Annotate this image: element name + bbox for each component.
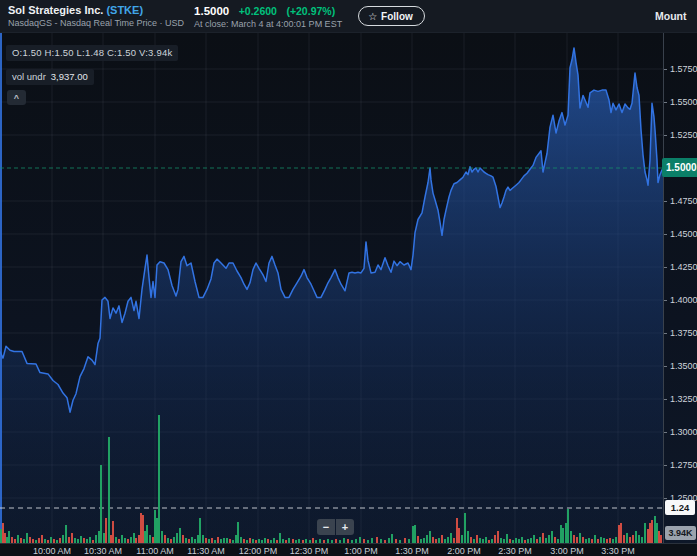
price-tick-mark	[664, 366, 667, 367]
volume-bar-up	[235, 535, 237, 543]
price-chart-pane[interactable]: O:1.50 H:1.50 L:1.48 C:1.50 V:3.94k vol …	[0, 33, 697, 556]
company-name: Sol Strategies Inc.	[8, 4, 103, 16]
time-tick-label: 1:00 PM	[333, 546, 389, 556]
volume-bar-down	[140, 513, 142, 543]
volume-bar-down	[110, 535, 112, 543]
volume-badge: 3.94K	[665, 526, 696, 540]
time-tick-label: 12:30 PM	[281, 546, 337, 556]
price-axis[interactable]: 1.57501.55001.52501.47501.45001.42501.40…	[663, 33, 697, 543]
volume-bar-down	[623, 535, 625, 543]
price-change-percent: (+20.97%)	[286, 5, 335, 17]
volume-bar-down	[142, 515, 144, 543]
price-tick-label: 1.5500	[670, 97, 697, 107]
volume-bar-down	[4, 533, 6, 543]
volume-bar-down	[182, 535, 184, 543]
time-tick-label: 11:30 AM	[178, 546, 234, 556]
volume-bar-up	[202, 535, 204, 543]
price-tick-label: 1.4250	[670, 262, 697, 272]
volume-bar-up	[144, 531, 146, 543]
volume-bar-up	[65, 525, 67, 543]
volume-bar-up	[464, 513, 466, 543]
volume-bar-up	[560, 525, 562, 543]
volume-bar-up	[654, 516, 656, 543]
time-tick-label: 3:00 PM	[539, 546, 595, 556]
follow-label: Follow	[381, 11, 413, 22]
volume-bar-down	[417, 536, 419, 543]
volume-bar-up	[98, 531, 100, 543]
quote-identity: Sol Strategies Inc.(STKE) NasdaqGS - Nas…	[8, 4, 184, 28]
price-tick-mark	[664, 201, 667, 202]
price-tick-mark	[664, 234, 667, 235]
time-tick-label: 3:30 PM	[590, 546, 646, 556]
time-tick-label: 2:00 PM	[436, 546, 492, 556]
price-tick-mark	[664, 498, 667, 499]
price-tick-mark	[664, 300, 667, 301]
volume-bar-down	[618, 525, 620, 543]
price-tick-mark	[664, 135, 667, 136]
volume-bar-up	[149, 535, 151, 543]
price-tick-mark	[664, 465, 667, 466]
last-price: 1.5000	[194, 5, 229, 17]
volume-bar-up	[26, 533, 28, 543]
volume-study-label: vol undr3,937.00	[6, 69, 94, 85]
volume-bar-up	[237, 522, 239, 543]
volume-bar-down	[138, 535, 140, 543]
volume-bar-up	[450, 533, 452, 543]
price-tick-label: 1.3250	[670, 394, 697, 404]
volume-study-value: 3,937.00	[51, 71, 88, 82]
zoom-in-button[interactable]: +	[336, 519, 354, 535]
zoom-out-button[interactable]: −	[317, 519, 335, 535]
ohlc-tooltip: O:1.50 H:1.50 L:1.48 C:1.50 V:3.94k	[6, 45, 178, 61]
price-tick-mark	[664, 399, 667, 400]
chart-type-selector[interactable]: Mount	[655, 10, 697, 22]
price-tick-label: 1.3750	[670, 328, 697, 338]
volume-bar-up	[108, 437, 110, 543]
volume-bar-down	[494, 535, 496, 543]
volume-bar-up	[506, 534, 508, 543]
volume-bar-up	[179, 528, 181, 543]
volume-bar-up	[567, 509, 569, 543]
price-tick-label: 1.5750	[670, 64, 697, 74]
volume-bar-up	[429, 531, 431, 543]
volume-bar-up	[95, 535, 97, 543]
price-tick-mark	[664, 432, 667, 433]
volume-bar-up	[635, 531, 637, 543]
volume-bar-up	[17, 535, 19, 543]
time-tick-label: 1:30 PM	[384, 546, 440, 556]
volume-bar-down	[164, 535, 166, 543]
price-tick-label: 1.4750	[670, 196, 697, 206]
volume-bar-up	[154, 510, 156, 543]
price-tick-label: 1.3500	[670, 361, 697, 371]
volume-bar-down	[573, 535, 575, 543]
follow-button[interactable]: ☆ Follow	[358, 6, 425, 26]
volume-bar-down	[632, 535, 634, 543]
volume-bar-up	[0, 529, 2, 543]
volume-bar-up	[8, 531, 10, 543]
volume-bar-down	[660, 535, 662, 543]
volume-bar-up	[158, 415, 160, 543]
volume-bar-up	[565, 523, 567, 543]
price-tick-mark	[664, 333, 667, 334]
time-tick-label: 2:30 PM	[487, 546, 543, 556]
volume-bar-up	[638, 535, 640, 543]
quote-price-block: 1.5000 +0.2600 (+20.97%) At close: March…	[194, 4, 342, 29]
volume-bar-up	[414, 525, 416, 543]
time-axis[interactable]: 10:00 AM10:30 AM11:00 AM11:30 AM12:00 PM…	[0, 543, 697, 556]
intraday-area-chart[interactable]	[0, 33, 663, 543]
collapse-study-button[interactable]: ^	[7, 90, 26, 105]
volume-bar-down	[658, 531, 660, 543]
zoom-controls: − +	[317, 519, 354, 535]
price-tick-label: 1.5250	[670, 130, 697, 140]
price-tick-mark	[664, 69, 667, 70]
volume-bar-up	[551, 531, 553, 543]
volume-bar-up	[579, 533, 581, 543]
volume-bar-up	[656, 523, 658, 543]
volume-bar-up	[570, 531, 572, 543]
volume-bar-down	[620, 523, 622, 543]
price-tick-label: 1.2750	[670, 460, 697, 470]
price-tick-mark	[664, 102, 667, 103]
price-change: +0.2600	[239, 5, 277, 17]
time-tick-label: 10:00 AM	[24, 546, 80, 556]
volume-bar-up	[103, 533, 105, 543]
time-tick-label: 10:30 AM	[75, 546, 131, 556]
